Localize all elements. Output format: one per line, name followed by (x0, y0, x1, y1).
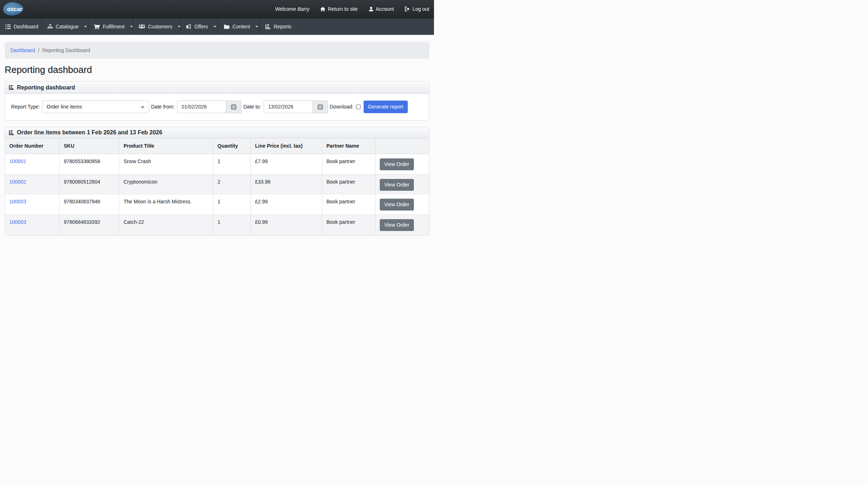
svg-text:oscar: oscar (7, 6, 23, 12)
